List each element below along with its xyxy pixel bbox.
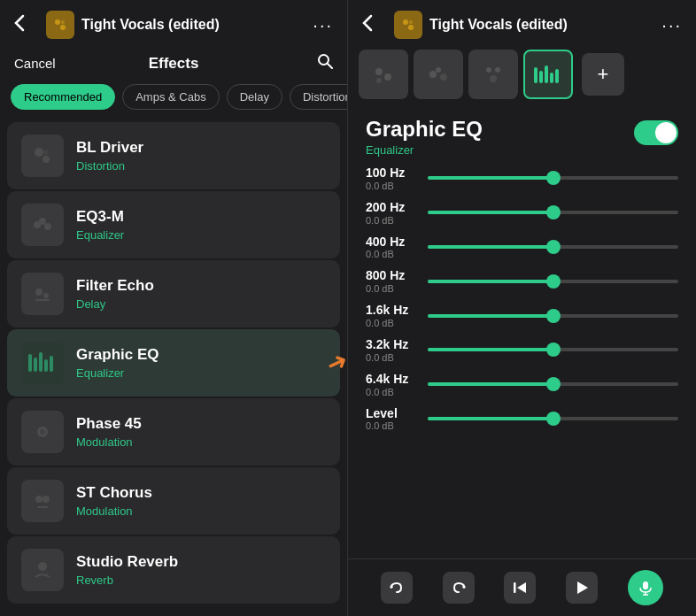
preset-thumbnails: + (348, 50, 696, 110)
effect-item-graphic-eq[interactable]: Graphic EQ Equalizer ➜ (7, 329, 340, 397)
svg-point-12 (35, 289, 43, 296)
band-label-100hz: 100 Hz 0.0 dB (366, 166, 417, 191)
filter-tab-delay[interactable]: Delay (227, 84, 282, 110)
cancel-button[interactable]: Cancel (14, 56, 90, 71)
slider-track-1-6khz[interactable] (428, 314, 678, 318)
effect-item-st-chorus[interactable]: ST Chorus Modulation (7, 467, 340, 535)
eq-band-level: Level 0.0 dB (366, 406, 678, 432)
eq-band-200hz: 200 Hz 0.0 dB (366, 200, 678, 226)
effect-name-eq3m: EQ3-M (76, 208, 124, 226)
svg-rect-0 (50, 15, 70, 35)
effect-thumb-phase45 (21, 411, 64, 453)
band-freq-800hz: 800 Hz (366, 268, 417, 283)
search-button[interactable] (257, 53, 333, 73)
mic-button[interactable] (628, 570, 663, 605)
effect-item-phase45[interactable]: Phase 45 Modulation (7, 398, 340, 466)
effect-name-filter-echo: Filter Echo (76, 277, 154, 295)
left-title: Tight Vocals (edited) (81, 17, 305, 33)
slider-track-800hz[interactable] (428, 280, 678, 283)
svg-point-8 (43, 150, 49, 155)
eq-header: Graphic EQ Equalizer (348, 110, 696, 160)
eq-bands: 100 Hz 0.0 dB 200 Hz 0.0 dB 400 Hz 0.0 (348, 160, 696, 558)
effect-info-bl-driver: BL Driver Distortion (76, 139, 143, 173)
band-label-6-4khz: 6.4k Hz 0.0 dB (366, 372, 417, 397)
effect-item-studio-reverb[interactable]: Studio Reverb Reverb (7, 536, 340, 604)
slider-track-level[interactable] (428, 417, 678, 420)
effect-thumb-studio-reverb (21, 549, 64, 591)
svg-rect-17 (39, 352, 43, 372)
slider-track-200hz[interactable] (428, 211, 678, 214)
svg-marker-48 (577, 581, 588, 594)
band-db-6-4khz: 0.0 dB (366, 387, 417, 397)
svg-point-1 (55, 19, 60, 25)
left-panel: Tight Vocals (edited) ··· Cancel Effects… (0, 0, 348, 616)
svg-rect-46 (514, 582, 516, 593)
effect-info-eq3m: EQ3-M Equalizer (76, 208, 124, 242)
filter-tab-recommended[interactable]: Recommended (11, 84, 115, 110)
effect-name-bl-driver: BL Driver (76, 139, 143, 157)
effect-thumb-filter-echo (21, 273, 64, 315)
svg-point-23 (43, 496, 50, 503)
effect-category-phase45: Modulation (76, 435, 142, 449)
svg-point-6 (35, 148, 43, 157)
eq-band-100hz: 100 Hz 0.0 dB (366, 166, 678, 191)
svg-rect-26 (398, 15, 418, 35)
effect-info-phase45: Phase 45 Modulation (76, 415, 142, 449)
eq-band-400hz: 400 Hz 0.0 dB (366, 235, 678, 260)
svg-point-7 (43, 156, 50, 163)
left-back-button[interactable] (14, 14, 39, 36)
right-app-icon (394, 11, 422, 39)
right-back-button[interactable] (362, 14, 387, 36)
left-more-button[interactable]: ··· (313, 15, 333, 35)
preset-thumb-2[interactable] (414, 50, 463, 99)
svg-point-36 (486, 67, 491, 73)
filter-tab-amps[interactable]: Amps & Cabs (122, 84, 219, 110)
preset-thumb-3[interactable] (468, 50, 518, 99)
slider-track-100hz[interactable] (428, 176, 678, 180)
skip-back-button[interactable] (504, 572, 536, 604)
svg-point-35 (440, 73, 447, 81)
svg-point-27 (403, 19, 408, 25)
band-label-1-6khz: 1.6k Hz 0.0 dB (366, 303, 417, 328)
svg-point-10 (39, 218, 46, 225)
preset-thumb-1[interactable] (359, 50, 408, 99)
preset-thumb-4[interactable] (523, 50, 573, 99)
effect-category-filter-echo: Delay (76, 297, 154, 311)
filter-tab-distortion[interactable]: Distortion (290, 84, 347, 110)
svg-rect-40 (539, 71, 543, 83)
eq-subtitle: Equalizer (366, 143, 483, 157)
effect-thumb-eq3m (21, 204, 64, 246)
slider-track-3-2khz[interactable] (428, 348, 678, 351)
effect-category-bl-driver: Distortion (76, 159, 143, 173)
svg-rect-39 (534, 67, 537, 83)
slider-track-6-4khz[interactable] (428, 382, 678, 386)
svg-rect-41 (545, 65, 548, 83)
slider-track-400hz[interactable] (428, 245, 678, 249)
svg-rect-42 (550, 73, 553, 83)
effect-info-filter-echo: Filter Echo Delay (76, 277, 154, 311)
svg-point-2 (60, 25, 66, 30)
eq-title-group: Graphic EQ Equalizer (366, 117, 483, 157)
redo-button[interactable] (443, 572, 475, 604)
svg-point-38 (490, 75, 497, 82)
band-freq-1-6khz: 1.6k Hz (366, 303, 417, 318)
add-preset-button[interactable]: + (582, 53, 624, 96)
band-label-400hz: 400 Hz 0.0 dB (366, 235, 417, 260)
svg-point-32 (376, 78, 382, 83)
svg-point-33 (429, 71, 437, 78)
right-more-button[interactable]: ··· (661, 15, 682, 35)
eq-band-1-6khz: 1.6k Hz 0.0 dB (366, 303, 678, 328)
svg-point-28 (408, 25, 414, 30)
effect-item-eq3m[interactable]: EQ3-M Equalizer (7, 191, 340, 258)
eq-toggle[interactable] (634, 120, 678, 145)
undo-button[interactable] (381, 572, 413, 604)
svg-point-31 (384, 73, 391, 81)
effect-category-studio-reverb: Reverb (76, 574, 178, 587)
svg-point-21 (40, 429, 45, 435)
effect-item-filter-echo[interactable]: Filter Echo Delay (7, 260, 340, 327)
band-db-100hz: 0.0 dB (366, 181, 417, 191)
play-button[interactable] (566, 572, 598, 604)
band-freq-level: Level (366, 406, 417, 421)
effect-item-bl-driver[interactable]: BL Driver Distortion (7, 122, 340, 189)
svg-rect-15 (28, 354, 32, 372)
